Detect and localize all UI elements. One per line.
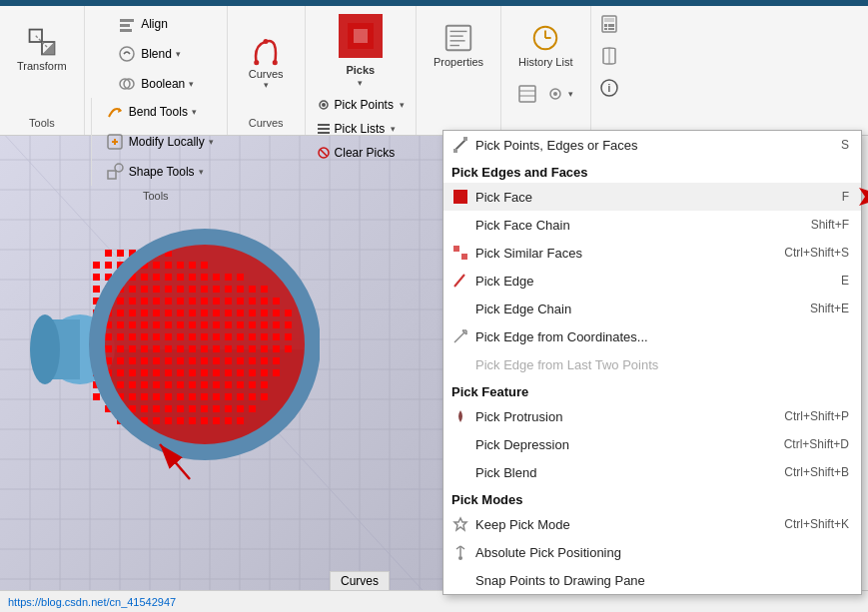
svg-rect-109 [189,274,196,281]
book-button[interactable] [595,42,623,70]
menu-item-absolute-pick[interactable]: Absolute Pick Positioning [443,538,861,566]
svg-point-313 [458,556,462,560]
svg-rect-220 [177,357,184,364]
svg-rect-215 [117,357,124,364]
pick-face-chain-icon [451,216,469,234]
menu-item-pick-face[interactable]: Pick Face F [443,183,861,211]
menu-item-keep-pick-mode[interactable]: Keep Pick Mode Ctrl+Shift+K [443,510,861,538]
pick-edge-last-two-icon [451,355,469,373]
svg-rect-175 [249,321,256,328]
svg-rect-274 [261,393,268,400]
svg-point-13 [115,164,123,172]
pick-protrusion-icon [451,407,469,425]
svg-rect-210 [261,345,268,352]
calc-button[interactable] [595,10,623,38]
svg-rect-143 [261,298,268,305]
pick-points-button[interactable]: Pick Points ▾ [310,94,412,116]
shape-tools-button[interactable]: Shape Tools ▾ [98,158,221,186]
history-extra-btn2[interactable]: ▾ [543,82,576,106]
svg-rect-243 [261,369,268,376]
svg-rect-142 [249,298,256,305]
menu-item-pick-depression[interactable]: Pick Depression Ctrl+Shift+D [443,430,861,458]
svg-rect-181 [117,333,124,340]
pick-edge-label: Pick Edge [475,274,534,289]
svg-rect-180 [105,333,112,340]
svg-rect-112 [225,274,232,281]
svg-rect-18 [354,29,368,43]
menu-item-pick-similar-faces[interactable]: Pick Similar Faces Ctrl+Shift+S [443,239,861,267]
svg-rect-85 [105,250,112,257]
menu-item-pick-protrusion[interactable]: Pick Protrusion Ctrl+Shift+P [443,402,861,430]
svg-rect-41 [604,24,607,27]
pick-depression-icon [451,435,469,453]
svg-rect-267 [177,393,184,400]
svg-rect-271 [225,393,232,400]
curves-dropdown-arrow: ▾ [264,80,269,90]
pick-similar-faces-icon [451,244,469,262]
svg-rect-224 [225,357,232,364]
history-icon [529,22,561,54]
svg-rect-231 [117,369,124,376]
svg-rect-132 [129,298,136,305]
svg-rect-251 [165,381,172,388]
toolbar: Transform Tools Align Blend ▾ [0,6,868,136]
svg-rect-227 [261,357,268,364]
svg-rect-200 [141,345,148,352]
bend-tools-button[interactable]: Bend Tools ▾ [98,98,221,126]
menu-item-pick-blend[interactable]: Pick Blend Ctrl+Shift+B [443,458,861,486]
svg-rect-298 [237,417,244,424]
svg-rect-282 [189,405,196,412]
svg-rect-147 [117,309,124,316]
clear-picks-button[interactable]: Clear Picks [310,142,412,164]
blend-button[interactable]: Blend ▾ [110,40,201,68]
info-button[interactable]: i [595,74,623,102]
keep-pick-mode-label: Keep Pick Mode [475,517,570,532]
svg-rect-283 [201,405,208,412]
svg-rect-248 [129,381,136,388]
menu-item-pick-points-edges-faces[interactable]: Pick Points, Edges or Faces S [443,131,861,159]
menu-item-pick-face-chain[interactable]: Pick Face Chain Shift+F [443,211,861,239]
svg-point-16 [273,60,278,65]
properties-button[interactable]: Properties [425,10,492,80]
menu-item-pick-edge-chain[interactable]: Pick Edge Chain Shift+E [443,295,861,322]
history-button[interactable]: History List [509,10,581,80]
boolean-button[interactable]: Boolean ▾ [110,70,201,98]
pick-face-label: Pick Face [475,190,532,205]
svg-rect-294 [189,417,196,424]
svg-point-20 [322,103,326,107]
svg-point-7 [120,47,134,61]
pick-lists-button[interactable]: Pick Lists ▾ [310,118,412,140]
menu-item-pick-edge-from-coords[interactable]: Pick Edge from Coordinates... [443,322,861,350]
svg-rect-239 [213,369,220,376]
svg-rect-125 [225,286,232,293]
modify-locally-button[interactable]: Modify Locally ▾ [98,128,221,156]
bend-tools-label: Bend Tools [129,105,188,119]
align-label: Align [141,17,168,31]
svg-rect-258 [249,381,256,388]
align-button[interactable]: Align [110,10,201,38]
curves-bottom-tab[interactable]: Curves [330,571,390,590]
curves-button[interactable]: Curves ▾ [240,22,293,102]
picks-active-icon[interactable] [339,14,383,58]
svg-point-14 [254,60,259,65]
pick-face-icon [451,188,469,206]
svg-rect-119 [153,286,160,293]
svg-rect-269 [201,393,208,400]
pick-edge-shortcut: E [841,274,849,288]
transform-button[interactable]: Transform [8,14,76,84]
svg-rect-157 [237,309,244,316]
svg-rect-287 [249,405,256,412]
svg-rect-165 [129,321,136,328]
svg-point-83 [30,314,60,384]
history-extra-btn1[interactable] [515,82,539,106]
svg-rect-221 [189,357,196,364]
menu-item-pick-edge-last-two[interactable]: Pick Edge from Last Two Points [443,350,861,378]
svg-rect-92 [105,262,112,269]
menu-item-pick-edge[interactable]: Pick Edge E [443,267,861,295]
menu-item-snap-points[interactable]: Snap Points to Drawing Pane [443,566,861,594]
svg-rect-44 [604,28,607,30]
svg-marker-305 [859,188,868,206]
svg-rect-185 [165,333,172,340]
snap-points-icon [451,571,469,589]
svg-rect-249 [141,381,148,388]
